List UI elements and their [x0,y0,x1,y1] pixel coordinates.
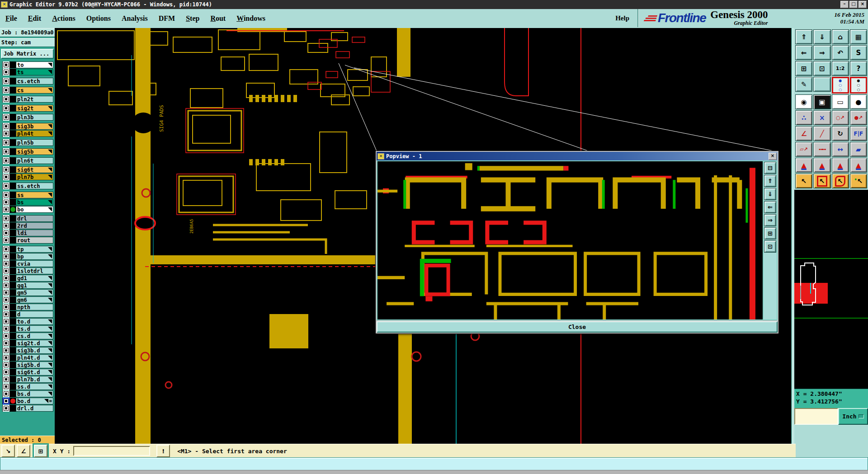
select-net-button[interactable]: ∴ [795,110,812,125]
unselect-button[interactable]: × [813,110,830,125]
layer-plate[interactable]: sig6t.d [16,369,53,375]
menu-item-analysis[interactable]: Analysis [122,14,148,23]
layer-checkbox[interactable] [3,260,9,267]
layer-checkbox[interactable] [3,105,9,112]
layer-plate[interactable]: cs.etch [16,78,53,84]
layer-checkbox[interactable] [3,304,9,310]
select-area-button[interactable]: ▣ [813,94,830,109]
layer-checkbox[interactable] [3,206,9,213]
layer-plate[interactable]: gd1 [16,275,53,282]
layer-checkbox[interactable] [3,130,9,137]
popview-zoom-in-button[interactable]: ⇑ [764,175,776,187]
layer-checkbox[interactable] [3,246,9,253]
layer-context-arrow-icon[interactable] [48,377,52,381]
layer-plate[interactable]: gm5 [16,289,53,296]
layer-checkbox[interactable] [3,123,9,130]
ruler-button[interactable]: ▭ [832,94,849,109]
layer-checkbox[interactable] [3,347,9,354]
popview-detach-button[interactable]: ⊟ [764,162,776,174]
layer-plate[interactable]: ldi [16,230,53,236]
triangle-plain-button[interactable]: ▲ [795,158,812,173]
xy-input[interactable] [73,446,150,456]
layer-plate[interactable]: pln4t [16,130,53,137]
layer-plate[interactable]: cs.d [16,333,53,339]
triangle-peak-button[interactable]: ▲ [813,158,830,173]
layer-context-arrow-icon[interactable] [48,207,52,211]
layer-checkbox[interactable] [3,157,9,164]
layer-context-arrow-icon[interactable] [48,319,52,324]
layer-checkbox[interactable] [3,383,9,390]
layer-plate[interactable]: to.d [16,318,53,325]
layer-checkbox[interactable] [3,253,9,260]
menu-item-actions[interactable]: Actions [52,14,75,23]
layer-context-arrow-icon[interactable] [48,150,52,154]
layer-checkbox[interactable] [3,268,9,274]
layer-context-arrow-icon[interactable] [48,88,52,92]
layer-context-arrow-icon[interactable] [48,276,52,280]
layer-checkbox[interactable] [3,376,9,383]
layer-checkbox[interactable] [3,275,9,282]
minimize-button[interactable]: – [840,1,849,8]
select-entity-button[interactable]: ◉ [795,94,812,109]
layer-plate[interactable]: bp [16,253,53,260]
setup-tools-button[interactable]: ✎ [795,77,812,92]
layer-checkbox[interactable] [3,361,9,368]
layer-plate[interactable]: bo.d⊞ [16,398,53,404]
menu-item-dfm[interactable]: DFM [159,14,175,23]
window-xy-button[interactable]: ▦ [850,29,867,44]
layer-plate[interactable]: ts [16,69,53,75]
slope-measure-button[interactable]: ╱ [813,126,830,141]
layer-plate[interactable]: bs [16,199,53,206]
pan-right-button[interactable]: ⇒ [813,45,830,60]
layer-checkbox[interactable] [3,87,9,94]
layer-plate[interactable]: 2rd [16,222,53,229]
layer-plate[interactable]: drl [16,215,53,222]
layer-checkbox[interactable] [3,296,9,303]
menu-item-file[interactable]: File [5,14,17,23]
layer-plate[interactable]: ss.d [16,383,53,390]
layer-checkbox[interactable] [3,340,9,347]
angle-snap-button[interactable]: ∠ [17,445,30,457]
popview-titlebar[interactable]: × Popview - 1 × [377,152,778,160]
triangle-ticks-button[interactable]: ▲ [850,158,867,173]
pan-left-button[interactable]: ⇐ [795,45,812,60]
menu-item-step[interactable]: Step [186,14,199,23]
measure-width-button[interactable]: ↔ [832,142,849,157]
paste-up-button[interactable]: ⇑ [795,29,812,44]
layer-context-arrow-icon[interactable] [48,131,52,136]
layer-checkbox[interactable] [3,61,9,68]
layer-context-arrow-icon[interactable] [48,298,52,302]
close-button[interactable]: × [859,1,867,8]
triangle-wide-button[interactable]: ▲ [832,158,849,173]
layer-checkbox[interactable] [3,174,9,180]
popview-close-x-button[interactable]: × [769,153,777,160]
layer-plate[interactable]: sig3b [16,123,53,130]
layer-context-arrow-icon[interactable] [48,385,52,389]
menu-item-options[interactable]: Options [86,14,111,23]
home-view-button[interactable]: ⌂ [832,29,849,44]
layer-plate[interactable]: gg1 [16,282,53,289]
move-entity-button[interactable]: ●↗ [850,110,867,125]
layer-plate[interactable]: ts.d [16,325,53,332]
layer-plate[interactable]: rout [16,237,53,244]
layer-checkbox[interactable] [3,192,9,198]
layer-checkbox[interactable] [3,215,9,222]
layer-checkbox[interactable] [3,354,9,361]
layer-plate[interactable]: drl.d [16,405,53,412]
layer-context-arrow-icon[interactable] [48,291,52,295]
layer-context-arrow-icon[interactable] [48,363,52,367]
layer-checkbox[interactable] [3,405,9,412]
zoom-fit-button[interactable]: ⊞ [795,61,812,76]
maximize-button[interactable]: □ [849,1,858,8]
layer-context-arrow-icon[interactable] [48,254,52,258]
layer-checkbox[interactable] [3,369,9,375]
popview-pan-right-button[interactable]: ⇒ [764,214,776,226]
layer-context-arrow-icon[interactable] [48,200,52,204]
layer-context-arrow-icon[interactable] [48,334,52,338]
layer-checkbox[interactable] [3,333,9,339]
job-matrix-button[interactable]: Job Matrix ... [1,49,54,59]
layer-traffic-dark-button[interactable]: ●○○ [850,77,867,94]
layer-plate[interactable]: sig2t [16,105,53,112]
layer-context-arrow-icon[interactable] [48,283,52,287]
menu-item-rout[interactable]: Rout [210,14,226,23]
